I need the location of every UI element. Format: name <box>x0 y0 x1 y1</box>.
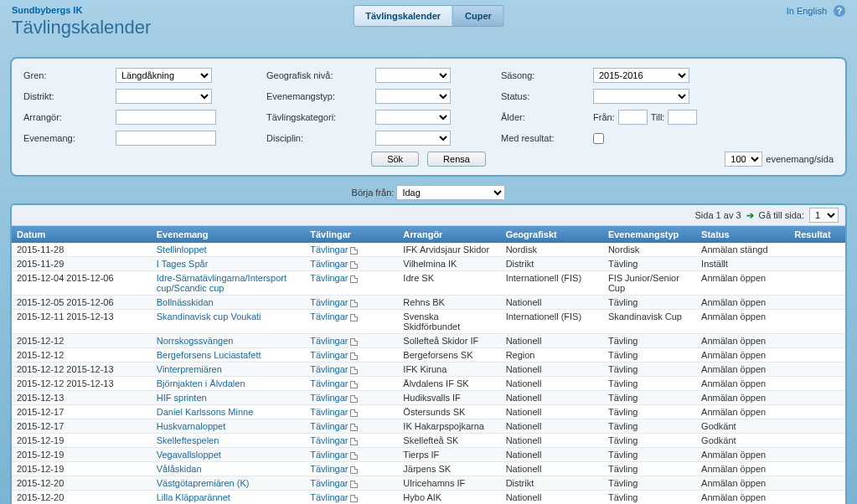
th-datum[interactable]: Datum <box>12 226 152 243</box>
doc-icon[interactable] <box>350 300 358 307</box>
event-link[interactable]: Stellinloppet <box>157 244 207 255</box>
cell-geo: Nordisk <box>501 243 603 257</box>
tavlingar-link[interactable]: Tävlingar <box>310 259 348 269</box>
medresultat-checkbox[interactable] <box>593 133 604 144</box>
cell-geo: Distrikt <box>501 476 603 491</box>
doc-icon[interactable] <box>350 466 358 474</box>
rensa-button[interactable]: Rensa <box>427 152 486 167</box>
tavlingar-link[interactable]: Tävlingar <box>310 435 348 445</box>
tavlingar-link[interactable]: Tävlingar <box>310 464 348 474</box>
tavlingar-link[interactable]: Tävlingar <box>310 378 348 388</box>
doc-icon[interactable] <box>350 275 358 283</box>
doc-icon[interactable] <box>350 338 358 346</box>
event-link[interactable]: Huskvarnaloppet <box>157 421 226 431</box>
table-row: 2015-12-19VålåskidanTävlingarJärpens SKN… <box>12 462 845 476</box>
tkategori-select[interactable] <box>375 110 451 125</box>
event-link[interactable]: Vinterpremiären <box>157 364 222 374</box>
cell-geo: Nationell <box>501 296 603 310</box>
cell-datum: 2015-12-19 <box>12 448 152 462</box>
brand[interactable]: Sundbybergs IK <box>12 5 151 15</box>
tavlingar-link[interactable]: Tävlingar <box>310 407 348 417</box>
table-row: 2015-12-12NorrskogssvängenTävlingarSolle… <box>12 334 845 348</box>
cell-geo: Nationell <box>501 363 603 377</box>
event-link[interactable]: Idre-Särnatävlingarna/Intersport cup/Sca… <box>157 273 287 293</box>
tavlingar-link[interactable]: Tävlingar <box>310 350 348 360</box>
tavlingar-link[interactable]: Tävlingar <box>310 311 348 321</box>
borja-fran-select[interactable]: Idag <box>396 185 505 200</box>
tavlingar-link[interactable]: Tävlingar <box>310 244 348 255</box>
event-link[interactable]: Skandinavisk cup Voukati <box>157 311 261 321</box>
alder-fran-input[interactable] <box>618 110 648 125</box>
th-geografiskt[interactable]: Geografiskt <box>501 226 603 243</box>
tavlingar-link[interactable]: Tävlingar <box>310 450 348 460</box>
evenemang-input[interactable] <box>116 131 216 146</box>
perpage-select[interactable]: 100 <box>725 152 762 167</box>
tab-cuper[interactable]: Cuper <box>453 5 504 27</box>
tavlingar-link[interactable]: Tävlingar <box>310 492 348 502</box>
disciplin-select[interactable] <box>375 131 451 146</box>
status-select[interactable] <box>593 89 689 104</box>
cell-evtyp: Tävling <box>603 363 696 377</box>
tab-tavlingskalender[interactable]: Tävlingskalender <box>353 5 453 27</box>
cell-status: Anmälan öppen <box>696 391 789 405</box>
doc-icon[interactable] <box>350 424 358 431</box>
event-link[interactable]: Bollnässkidan <box>157 297 214 307</box>
cell-resultat <box>789 391 845 405</box>
in-english-link[interactable]: In English <box>787 6 827 16</box>
doc-icon[interactable] <box>350 495 358 502</box>
sok-button[interactable]: Sök <box>371 152 419 167</box>
tavlingar-link[interactable]: Tävlingar <box>310 421 348 431</box>
tavlingar-link[interactable]: Tävlingar <box>310 393 348 403</box>
gren-select[interactable]: Längdåkning <box>116 68 212 83</box>
cell-arrangor: Ulricehamns IF <box>398 476 500 491</box>
doc-icon[interactable] <box>350 381 358 388</box>
event-link[interactable]: Daniel Karlssons Minne <box>157 407 254 417</box>
sasong-select[interactable]: 2015-2016 <box>593 68 689 83</box>
event-link[interactable]: Björnjakten i Älvdalen <box>157 378 245 388</box>
event-link[interactable]: Vålåskidan <box>157 464 202 474</box>
doc-icon[interactable] <box>350 452 358 460</box>
doc-icon[interactable] <box>350 314 358 321</box>
evenemang-label: Evenemang: <box>23 133 75 143</box>
th-tavlingar[interactable]: Tävlingar <box>305 226 398 243</box>
th-arrangor[interactable]: Arrangör <box>398 226 500 243</box>
th-resultat[interactable]: Resultat <box>789 226 845 243</box>
tavlingar-link[interactable]: Tävlingar <box>310 478 348 488</box>
event-link[interactable]: HIF sprinten <box>157 393 207 403</box>
doc-icon[interactable] <box>350 367 358 374</box>
geonivaa-select[interactable] <box>375 68 451 83</box>
doc-icon[interactable] <box>350 261 358 269</box>
th-evtyp[interactable]: Evenemangstyp <box>603 226 696 243</box>
event-link[interactable]: Lilla Kläpparännet <box>157 492 230 502</box>
event-link[interactable]: Bergeforsens Luciastafett <box>157 350 261 360</box>
event-link[interactable]: I Tages Spår <box>157 259 209 269</box>
th-evenemang[interactable]: Evenemang <box>152 226 305 243</box>
alder-till-input[interactable] <box>668 110 697 125</box>
event-link[interactable]: Västgötapremiären (K) <box>157 478 250 488</box>
doc-icon[interactable] <box>350 352 358 360</box>
th-status[interactable]: Status <box>696 226 789 243</box>
tavlingar-link[interactable]: Tävlingar <box>310 336 348 346</box>
next-page-arrow-icon[interactable]: ➔ <box>746 210 754 221</box>
goto-page-select[interactable]: 1 <box>809 208 839 223</box>
cell-status: Godkänt <box>696 434 789 448</box>
cell-arrangor: IFK Arvidsjaur Skidor <box>398 243 500 257</box>
doc-icon[interactable] <box>350 409 358 417</box>
distrikt-select[interactable] <box>116 89 212 104</box>
doc-icon[interactable] <box>350 395 358 403</box>
doc-icon[interactable] <box>350 481 358 488</box>
evtyp-select[interactable] <box>375 89 451 104</box>
doc-icon[interactable] <box>350 247 358 255</box>
tavlingar-link[interactable]: Tävlingar <box>310 273 348 283</box>
arrangor-input[interactable] <box>116 110 216 125</box>
cell-resultat <box>789 243 845 257</box>
event-link[interactable]: Skelleftespelen <box>157 435 219 445</box>
cell-datum: 2015-12-12 2015-12-13 <box>12 377 152 391</box>
help-icon[interactable]: ? <box>834 5 845 17</box>
tavlingar-link[interactable]: Tävlingar <box>310 297 348 307</box>
tavlingar-link[interactable]: Tävlingar <box>310 364 348 374</box>
doc-icon[interactable] <box>350 438 358 445</box>
event-link[interactable]: Norrskogssvängen <box>157 336 234 346</box>
event-link[interactable]: Vegavallsloppet <box>157 450 221 460</box>
cell-evtyp: Tävling <box>603 448 696 462</box>
